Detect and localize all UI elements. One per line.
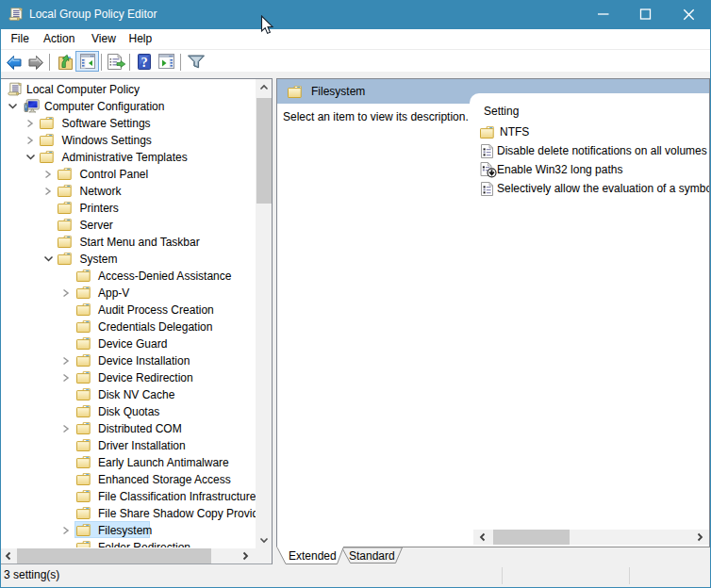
svg-text:?: ? [141, 55, 147, 70]
